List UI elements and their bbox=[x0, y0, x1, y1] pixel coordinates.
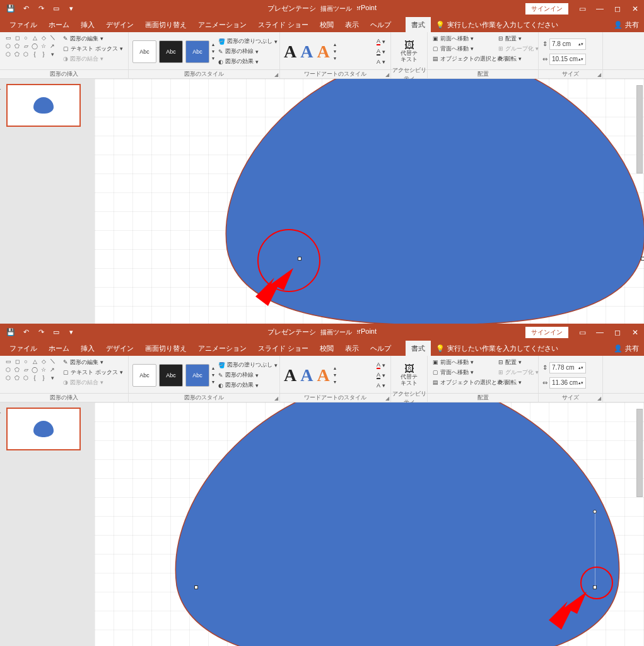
slide-canvas[interactable] bbox=[95, 79, 644, 324]
text-effects-button[interactable]: A ▾ bbox=[375, 57, 387, 67]
style-gallery[interactable]: Abc Abc Abc ▴▾▾ bbox=[132, 40, 214, 63]
gallery-scroll[interactable]: ▴▾▾ bbox=[212, 365, 214, 385]
selection-handle-left[interactable] bbox=[298, 257, 302, 261]
rotate-button[interactable]: ⟳回転 ▾ bbox=[497, 54, 540, 64]
dialog-launcher-icon[interactable]: ◢ bbox=[274, 396, 278, 401]
dialog-launcher-icon[interactable]: ◢ bbox=[597, 396, 601, 401]
tab-slideshow[interactable]: スライド ショー bbox=[252, 17, 314, 32]
tab-format[interactable]: 書式 bbox=[406, 17, 431, 32]
shape-effects-button[interactable]: ◐図形の効果 ▾ bbox=[217, 57, 279, 67]
tab-home[interactable]: ホーム bbox=[43, 341, 75, 356]
wordart-2[interactable]: A bbox=[300, 365, 313, 385]
thumbnail-pane[interactable]: 1 bbox=[0, 79, 95, 324]
slide-thumbnail-1[interactable] bbox=[6, 408, 81, 450]
redo-icon[interactable]: ↷ bbox=[34, 2, 48, 16]
wordart-scroll[interactable]: ▴▾▾ bbox=[334, 42, 336, 61]
selection-pane-button[interactable]: ▤オブジェクトの選択と表示 bbox=[431, 54, 495, 64]
shape-outline-button[interactable]: ✎図形の枠線 ▾ bbox=[217, 370, 279, 380]
vertical-scrollbar[interactable] bbox=[636, 85, 643, 173]
shape-outline-button[interactable]: ✎図形の枠線 ▾ bbox=[217, 47, 279, 57]
shape-effects-button[interactable]: ◐図形の効果 ▾ bbox=[217, 380, 279, 391]
text-effects-button[interactable]: A ▾ bbox=[375, 380, 387, 391]
style-swatch-1[interactable]: Abc bbox=[132, 40, 156, 63]
style-swatch-1[interactable]: Abc bbox=[132, 364, 156, 387]
align-button[interactable]: ⊟配置 ▾ bbox=[497, 33, 540, 44]
tab-review[interactable]: 校閲 bbox=[314, 341, 339, 356]
dialog-launcher-icon[interactable]: ◢ bbox=[385, 396, 389, 401]
wordart-3[interactable]: A bbox=[317, 42, 329, 62]
slide-canvas[interactable] bbox=[95, 402, 644, 646]
ribbon-display-icon[interactable]: ▭ bbox=[573, 324, 591, 341]
tab-design[interactable]: デザイン bbox=[100, 341, 139, 356]
tab-file[interactable]: ファイル bbox=[4, 341, 43, 356]
tab-review[interactable]: 校閲 bbox=[314, 17, 339, 32]
tab-home[interactable]: ホーム bbox=[43, 17, 75, 32]
slide-thumbnail-1[interactable] bbox=[6, 84, 81, 127]
tell-me-search[interactable]: 💡 実行したい作業を入力してください bbox=[436, 344, 558, 353]
edit-shape-button[interactable]: ✎図形の編集 ▾ bbox=[62, 33, 124, 44]
dialog-launcher-icon[interactable]: ◢ bbox=[597, 72, 601, 78]
close-icon[interactable]: ✕ bbox=[626, 324, 644, 341]
style-gallery[interactable]: Abc Abc Abc ▴▾▾ bbox=[132, 364, 214, 387]
tab-transitions[interactable]: 画面切り替え bbox=[139, 17, 192, 32]
style-swatch-2[interactable]: Abc bbox=[159, 364, 183, 387]
close-icon[interactable]: ✕ bbox=[626, 0, 644, 17]
qat-more-icon[interactable]: ▾ bbox=[64, 326, 78, 339]
ribbon-display-icon[interactable]: ▭ bbox=[573, 0, 591, 17]
bring-forward-button[interactable]: ▣前面へ移動 ▾ bbox=[431, 357, 495, 367]
start-from-beginning-icon[interactable]: ▭ bbox=[49, 326, 63, 339]
shape-fill-button[interactable]: 🪣図形の塗りつぶし ▾ bbox=[217, 37, 279, 47]
tab-transitions[interactable]: 画面切り替え bbox=[139, 341, 192, 356]
width-input[interactable]: 10.15 cm▴▾ bbox=[549, 54, 586, 65]
redo-icon[interactable]: ↷ bbox=[34, 326, 48, 339]
share-button[interactable]: 👤 共有 bbox=[614, 344, 639, 353]
tab-insert[interactable]: 挿入 bbox=[75, 17, 100, 32]
wordart-gallery[interactable]: A A A ▴▾▾ bbox=[284, 42, 336, 62]
share-button[interactable]: 👤 共有 bbox=[614, 20, 639, 30]
undo-icon[interactable]: ↶ bbox=[19, 326, 33, 339]
save-icon[interactable]: 💾 bbox=[4, 326, 18, 339]
maximize-icon[interactable]: ◻ bbox=[609, 0, 626, 17]
tab-file[interactable]: ファイル bbox=[4, 17, 43, 32]
edit-shape-button[interactable]: ✎図形の編集 ▾ bbox=[62, 357, 124, 367]
dialog-launcher-icon[interactable]: ◢ bbox=[385, 72, 389, 78]
tab-animations[interactable]: アニメーション bbox=[192, 17, 252, 32]
thumbnail-pane[interactable]: 1 bbox=[0, 402, 95, 646]
text-outline-button[interactable]: A ▾ bbox=[375, 370, 387, 380]
align-button[interactable]: ⊟配置 ▾ bbox=[497, 357, 540, 367]
tab-design[interactable]: デザイン bbox=[100, 17, 139, 32]
alt-text-button[interactable]: 🖼 代替テ キスト bbox=[401, 363, 418, 387]
wordart-2[interactable]: A bbox=[300, 42, 313, 62]
save-icon[interactable]: 💾 bbox=[4, 2, 18, 16]
wordart-scroll[interactable]: ▴▾▾ bbox=[334, 365, 336, 385]
tab-help[interactable]: ヘルプ bbox=[365, 341, 397, 356]
wordart-3[interactable]: A bbox=[317, 365, 329, 385]
maximize-icon[interactable]: ◻ bbox=[609, 324, 626, 341]
height-input[interactable]: 7.78 cm▴▾ bbox=[549, 362, 586, 373]
bring-forward-button[interactable]: ▣前面へ移動 ▾ bbox=[431, 33, 495, 44]
selection-pane-button[interactable]: ▤オブジェクトの選択と表示 bbox=[431, 377, 495, 387]
style-swatch-2[interactable]: Abc bbox=[159, 40, 183, 63]
rotate-button[interactable]: ⟳回転 ▾ bbox=[497, 377, 540, 387]
tell-me-search[interactable]: 💡 実行したい作業を入力してください bbox=[436, 20, 558, 30]
text-outline-button[interactable]: A ▾ bbox=[375, 47, 387, 57]
alt-text-button[interactable]: 🖼 代替テ キスト bbox=[401, 40, 418, 63]
wordart-gallery[interactable]: A A A ▴▾▾ bbox=[284, 365, 336, 385]
textbox-button[interactable]: ▢テキスト ボックス ▾ bbox=[62, 44, 124, 54]
tab-slideshow[interactable]: スライド ショー bbox=[252, 341, 314, 356]
send-backward-button[interactable]: ▢背面へ移動 ▾ bbox=[431, 44, 495, 54]
tab-insert[interactable]: 挿入 bbox=[75, 341, 100, 356]
signin-button[interactable]: サインイン bbox=[525, 327, 568, 338]
shapes-gallery[interactable]: ▭◻○△◇＼ ⬡⬠▱◯☆↗ ⬡⬠⬡{}▾ bbox=[4, 357, 57, 382]
qat-more-icon[interactable]: ▾ bbox=[64, 2, 78, 16]
tab-animations[interactable]: アニメーション bbox=[192, 341, 252, 356]
style-swatch-3[interactable]: Abc bbox=[185, 40, 209, 63]
shapes-gallery[interactable]: ▭◻○△◇＼ ⬡⬠▱◯☆↗ ⬡⬠⬡{}▾ bbox=[4, 33, 57, 58]
minimize-icon[interactable]: — bbox=[591, 0, 609, 17]
wordart-1[interactable]: A bbox=[284, 365, 296, 385]
text-fill-button[interactable]: A ▾ bbox=[375, 37, 387, 47]
undo-icon[interactable]: ↶ bbox=[19, 2, 33, 16]
tab-view[interactable]: 表示 bbox=[339, 17, 365, 32]
minimize-icon[interactable]: — bbox=[591, 324, 609, 341]
tab-format[interactable]: 書式 bbox=[406, 341, 431, 356]
